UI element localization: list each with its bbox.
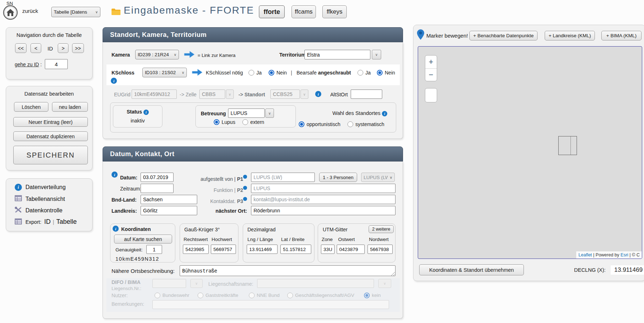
kschloss-select[interactable]: ID103 : 21S02 ∨ xyxy=(142,68,187,77)
wahl-info-icon[interactable]: i xyxy=(382,111,387,116)
sidebar-item-datenverteilung[interactable]: i Datenverteilung xyxy=(15,184,66,191)
status-info-icon[interactable]: i xyxy=(143,110,149,115)
territorium-label: Territorium xyxy=(279,52,306,58)
table-icon xyxy=(15,195,22,203)
p2-info-icon[interactable] xyxy=(243,186,247,190)
table-select[interactable]: Tabelle [Datens ∨ xyxy=(51,7,100,17)
lng-input[interactable] xyxy=(247,245,278,254)
zeitraum-label: Zeitraum: xyxy=(120,186,141,192)
betreuung-extern-radio[interactable] xyxy=(242,119,248,125)
gk-col1-label: Rechtswert xyxy=(184,237,208,242)
datum-input[interactable] xyxy=(141,173,174,182)
lat-input[interactable] xyxy=(280,245,311,254)
altstort-input[interactable] xyxy=(351,90,382,99)
bearsafe-nein-radio[interactable] xyxy=(377,70,383,76)
territorium-input[interactable] xyxy=(304,50,370,59)
nav-prev-button[interactable]: < xyxy=(30,43,41,53)
goto-id-link[interactable]: gehe zu ID xyxy=(15,62,39,67)
wahl-systematisch-radio[interactable] xyxy=(347,121,353,127)
p2-input[interactable] xyxy=(251,184,396,193)
p1-input[interactable] xyxy=(251,173,315,182)
kschluessel-nein-radio[interactable] xyxy=(269,70,274,76)
reload-button[interactable]: neu laden xyxy=(52,102,88,112)
zone-input[interactable] xyxy=(321,245,335,254)
chevron-down-icon: ∨ xyxy=(228,92,231,96)
betreuung-input[interactable] xyxy=(228,109,265,118)
rechtswert-input[interactable] xyxy=(183,245,209,254)
panel-datum-title: Datum, Kontakt, Ort xyxy=(110,150,175,158)
bearsafe-ja-label: Ja xyxy=(365,70,371,76)
p3-input[interactable] xyxy=(251,195,396,204)
export-id-link[interactable]: ID xyxy=(44,218,51,226)
marker-hint-label: Marker bewegen! xyxy=(426,33,468,39)
nutzer-geschaeftsliegenschaft-radio xyxy=(287,293,293,298)
new-entry-button[interactable]: Neuer Eintrag (leer) xyxy=(13,117,88,127)
datum-info-icon[interactable]: i xyxy=(112,172,118,178)
zoom-out-button[interactable]: − xyxy=(425,68,437,81)
more-coords-button[interactable]: 2 weitere xyxy=(369,225,394,233)
kschluessel-ja-radio[interactable] xyxy=(248,70,254,76)
zoom-in-button[interactable]: + xyxy=(425,56,437,68)
delete-button[interactable]: Löschen xyxy=(14,102,48,112)
bearsafe-text: Bearsafe xyxy=(297,70,317,76)
camera-link-arrow-icon[interactable] xyxy=(184,50,195,58)
p1-info-icon[interactable] xyxy=(243,175,247,179)
datenpunkte-button[interactable]: + Benachbarte Datenpunkte xyxy=(469,31,538,40)
camera-link-label: = Link zur Kamera xyxy=(198,53,236,58)
p1-label: P1 xyxy=(237,176,243,182)
esri-link[interactable]: Esri xyxy=(621,252,629,257)
kamera-select[interactable]: ID239 : 21R24 ∨ xyxy=(135,50,179,59)
table-select-value: Tabelle [Datens xyxy=(54,9,87,15)
chevron-down-icon: ∨ xyxy=(390,175,392,179)
back-link[interactable]: zurück xyxy=(22,8,38,14)
nav-first-button[interactable]: << xyxy=(15,43,27,53)
leaflet-link[interactable]: Leaflet xyxy=(578,252,592,257)
ostwert-input[interactable] xyxy=(337,245,365,254)
p3-info-icon[interactable] xyxy=(243,197,247,201)
sidebar-item-export: Export: ID | Tabelle xyxy=(15,218,77,226)
territorium-dropdown-button[interactable]: ∨ xyxy=(372,50,381,59)
sidebar-item-datenkontrolle[interactable]: Datenkontrolle xyxy=(15,207,62,214)
app-tab-ffcams[interactable]: ffcams xyxy=(292,5,316,18)
panel-standort-header: Standort, Kamera, Territorium xyxy=(103,27,403,42)
standort-info-icon[interactable]: i xyxy=(315,91,321,97)
map-canvas[interactable]: + − Leaflet | Powered by Esri | © C xyxy=(418,46,642,259)
genauigkeit-input[interactable] xyxy=(146,245,162,254)
zeitraum-input[interactable] xyxy=(141,184,174,193)
karte-suchen-button[interactable]: auf Karte suchen xyxy=(114,235,172,244)
home-icon[interactable] xyxy=(3,5,18,20)
koordinaten-info-icon[interactable]: i xyxy=(113,226,119,232)
sidebar-item-tabellenansicht[interactable]: Tabellenansicht xyxy=(15,195,65,203)
hochwert-input[interactable] xyxy=(211,245,236,254)
attr-sep: | xyxy=(593,252,594,257)
duplicate-button[interactable]: Datensatz duplizieren xyxy=(13,131,88,141)
betreuung-dropdown-button[interactable]: ∨ xyxy=(265,109,274,118)
nav-next-button[interactable]: > xyxy=(58,43,68,53)
tools-box: i Datenverteilung Tabellenansicht Datenk… xyxy=(6,178,93,231)
nordwert-input[interactable] xyxy=(368,245,393,254)
ort-input[interactable] xyxy=(251,206,396,215)
export-table-link[interactable]: Tabelle xyxy=(56,218,77,226)
save-button[interactable]: SPEICHERN xyxy=(13,146,88,164)
map-extra-control[interactable] xyxy=(425,88,437,102)
app-tab-ffkeys[interactable]: ffkeys xyxy=(322,5,347,18)
wahl-opportunistisch-radio[interactable] xyxy=(299,121,304,127)
kschloss-info-icon[interactable]: i xyxy=(111,78,117,84)
apply-coordinates-button[interactable]: Koordinaten & Standort übernehmen xyxy=(419,264,524,275)
bearsafe-ja-radio[interactable] xyxy=(357,70,363,76)
attr-powered: Powered by xyxy=(596,252,619,257)
goto-id-input[interactable] xyxy=(45,59,68,69)
bima-kml-button[interactable]: + BIMA (KML) xyxy=(601,31,641,40)
ortsbeschreibung-textarea[interactable]: Bühnaustraße xyxy=(180,265,396,276)
betreuung-lupus-radio[interactable] xyxy=(214,119,219,125)
separator: | xyxy=(291,70,292,76)
landkreise-kml-button[interactable]: + Landkreise (KML) xyxy=(545,31,595,40)
map-panel: Marker bewegen! + Benachbarte Datenpunkt… xyxy=(413,25,644,281)
standort-input xyxy=(270,90,300,99)
nav-last-button[interactable]: >> xyxy=(72,43,84,53)
personen-button[interactable]: 1 - 3 Personen xyxy=(319,173,357,182)
app-tab-fforte[interactable]: fforte xyxy=(259,5,285,18)
kschloss-link-arrow-icon[interactable] xyxy=(191,68,203,76)
kamera-label: Kamera xyxy=(112,52,130,58)
map-marker-icon xyxy=(417,29,424,40)
